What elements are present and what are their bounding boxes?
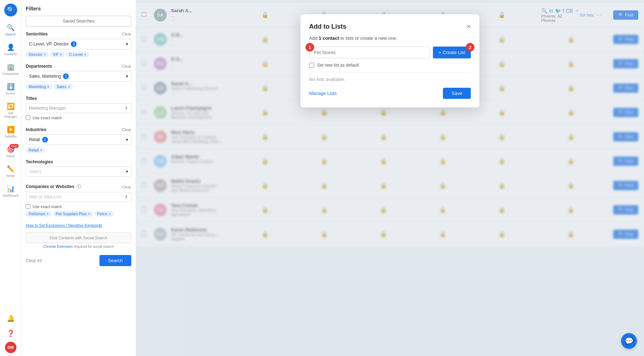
tag-clevel: C-Level × xyxy=(66,52,89,57)
industries-tags: Retail × xyxy=(26,147,131,153)
sidebar-item-contacts[interactable]: 👤 Contacts xyxy=(1,40,21,59)
titles-section: Titles Marketing Manager ⬆ Use exact mat… xyxy=(26,96,131,122)
seniorities-selected: C-Level, VP, Director xyxy=(29,42,69,47)
companies-exact-match-label: Use exact match xyxy=(33,205,62,209)
industries-select[interactable]: Retail 1 ▾ xyxy=(26,134,131,145)
departments-header: Departments Clear xyxy=(26,64,131,69)
seniorities-section: Seniorities Clear C-Level, VP, Director … xyxy=(26,32,131,59)
filters-panel: Filters Saved Searches Seniorities Clear… xyxy=(21,0,136,356)
sidebar-label-search: Search xyxy=(5,33,16,36)
user-avatar[interactable]: DM xyxy=(5,342,16,353)
industries-clear[interactable]: Clear xyxy=(122,128,131,132)
sidebar-item-dashboard[interactable]: 📊 Dashboard xyxy=(1,182,21,200)
tag-petco: Petco × xyxy=(94,211,114,217)
app-logo: 🔍 xyxy=(4,4,17,16)
departments-clear[interactable]: Clear xyxy=(122,64,131,68)
upload-icon: ⬆ xyxy=(125,194,128,199)
technologies-section: Technologies Select.. ▾ xyxy=(26,159,131,179)
industries-selected: Retail xyxy=(29,137,40,142)
modal-close-button[interactable]: × xyxy=(467,23,471,30)
step2-badge: 2 xyxy=(466,43,474,52)
manage-lists-link[interactable]: Manage Lists xyxy=(309,91,337,96)
bell-icon: 🔔 xyxy=(7,314,15,322)
search-icon: 🔍 xyxy=(7,24,15,32)
enrich-icon: ⬇️ xyxy=(7,83,15,91)
sidebar-item-enrich[interactable]: ⬇️ Enrich xyxy=(1,80,21,98)
tag-pet-supplies-plus: Pet Supplies Plus × xyxy=(53,211,93,217)
chevron-down-icon: ▾ xyxy=(126,74,128,79)
departments-section: Departments Clear Sales, Marketing 2 ▾ M… xyxy=(26,64,131,91)
technologies-select[interactable]: Select.. ▾ xyxy=(26,167,131,177)
writer-icon: ✏️ xyxy=(7,165,15,173)
companies-websites-input-wrap[interactable]: Nike or Nike.com ⬆ xyxy=(26,192,131,202)
modal-divider xyxy=(309,72,471,72)
save-button[interactable]: Save xyxy=(443,88,471,99)
industries-count: 1 xyxy=(42,137,48,143)
sidebar-label-intent: Intent xyxy=(6,154,15,158)
modal-subtitle: Add 1 contact to lists or create a new o… xyxy=(309,35,471,41)
titles-exact-match-label: Use exact match xyxy=(33,116,62,120)
industries-section: Industries Clear Retail 1 ▾ Retail × xyxy=(26,127,131,154)
companies-websites-section: Companies or Websites ⓘ Clear Nike or Ni… xyxy=(26,184,131,218)
sidebar-label-contacts: Contacts xyxy=(4,52,17,56)
add-to-lists-modal: Add to Lists × Add 1 contact to lists or… xyxy=(301,14,479,107)
chevron-down-icon: ▾ xyxy=(126,42,128,47)
tooltip-icon: ⓘ xyxy=(77,184,81,189)
companies-tags: PetSmart × Pet Supplies Plus × Petco × xyxy=(26,211,131,217)
chevron-down-icon: ▾ xyxy=(126,137,128,142)
technologies-placeholder: Select.. xyxy=(29,169,43,174)
filters-title: Filters xyxy=(26,4,131,16)
companies-websites-header: Companies or Websites ⓘ Clear xyxy=(26,184,131,190)
new-badge: New xyxy=(10,144,18,148)
sidebar-item-intent[interactable]: New 🎯 Intent xyxy=(1,143,21,161)
default-list-checkbox[interactable] xyxy=(309,63,314,68)
sidebar-item-salesflix[interactable]: ▶️ Salesflix xyxy=(1,123,21,141)
contacts-icon: 👤 xyxy=(7,43,15,51)
exclusion-link[interactable]: How to Set Exclusions / Negative Keyword… xyxy=(26,223,131,227)
list-name-input[interactable] xyxy=(309,47,430,58)
sidebar-label-job-changes: Job Changes xyxy=(2,111,19,119)
titles-exact-match-checkbox[interactable] xyxy=(26,115,30,120)
titles-input-value: Marketing Manager xyxy=(29,106,66,111)
seniorities-count: 3 xyxy=(71,41,77,47)
sidebar-item-job-changes[interactable]: 🔁 Job Changes xyxy=(1,100,21,121)
search-button[interactable]: Search xyxy=(99,255,131,266)
chrome-ext-link[interactable]: Chrome Extension xyxy=(43,245,73,249)
sidebar-item-help[interactable]: ❓ xyxy=(1,327,21,340)
companies-websites-title: Companies or Websites ⓘ xyxy=(26,184,81,190)
titles-title: Titles xyxy=(26,96,37,101)
sidebar-label-salesflix: Salesflix xyxy=(5,135,17,138)
chrome-ext-note: Chrome Extension required for social sea… xyxy=(26,245,131,249)
sidebar-item-companies[interactable]: 🏢 Companies xyxy=(1,60,21,78)
clear-all-button[interactable]: Clear All xyxy=(26,258,42,263)
social-search-button[interactable]: Find Contacts with Social Search xyxy=(26,232,131,243)
tag-vp: VP × xyxy=(50,52,65,57)
seniorities-title: Seniorities xyxy=(26,32,48,37)
companies-websites-clear[interactable]: Clear xyxy=(122,185,131,189)
sidebar-item-notifications[interactable]: 🔔 xyxy=(1,312,21,325)
tag-sales: Sales × xyxy=(54,84,73,90)
sidebar-label-enrich: Enrich xyxy=(6,92,15,95)
seniorities-clear[interactable]: Clear xyxy=(122,32,131,36)
default-check-row: Set new list as default xyxy=(309,63,471,68)
main-content: SA Sarah A... ... ... 🔒 🔒 🔒 🔒 🔒 🔍 in 🐦 f… xyxy=(136,0,644,356)
salesflix-icon: ▶️ xyxy=(7,126,15,134)
create-list-button[interactable]: + Create List2 xyxy=(433,47,471,58)
step1-badge: 1 xyxy=(306,43,314,52)
saved-searches-button[interactable]: Saved Searches xyxy=(26,16,131,27)
tag-director: Director × xyxy=(26,52,49,57)
seniorities-select[interactable]: C-Level, VP, Director 3 ▾ xyxy=(26,39,131,49)
sidebar-item-writer[interactable]: ✏️ Writer xyxy=(1,162,21,181)
chat-button[interactable]: 💬 xyxy=(621,333,637,349)
sidebar-label-writer: Writer xyxy=(6,174,15,178)
departments-title: Departments xyxy=(26,64,52,69)
departments-select[interactable]: Sales, Marketing 2 ▾ xyxy=(26,71,131,82)
help-icon: ❓ xyxy=(7,329,15,337)
seniorities-tags: Director × VP × C-Level × xyxy=(26,52,131,57)
titles-input-wrap[interactable]: Marketing Manager ⬆ xyxy=(26,103,131,113)
tag-petsmart: PetSmart × xyxy=(26,211,52,217)
titles-header: Titles xyxy=(26,96,131,101)
chevron-down-icon: ▾ xyxy=(126,169,128,174)
sidebar-item-search[interactable]: 🔍 Search xyxy=(1,21,21,39)
companies-exact-match-checkbox[interactable] xyxy=(26,204,30,209)
